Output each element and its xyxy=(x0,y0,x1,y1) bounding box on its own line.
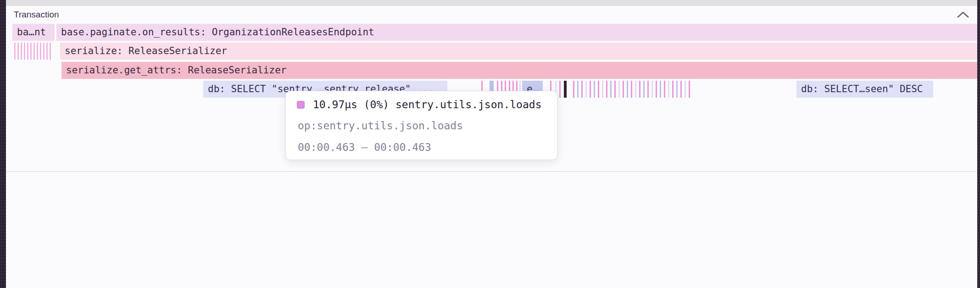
tooltip-summary: 10.97µs (0%) sentry.utils.json.loads xyxy=(313,99,542,111)
span-color-swatch xyxy=(297,101,305,109)
span-tick[interactable] xyxy=(581,81,583,98)
span-tick[interactable] xyxy=(564,81,567,98)
span-tick[interactable] xyxy=(647,81,649,98)
span-tick[interactable] xyxy=(627,81,628,98)
span-tick[interactable] xyxy=(643,81,645,98)
span-tick[interactable] xyxy=(685,81,686,98)
span-tick[interactable] xyxy=(668,81,669,98)
span-tick[interactable] xyxy=(594,81,595,98)
tooltip-summary-row: 10.97µs (0%) sentry.utils.json.loads xyxy=(297,99,542,111)
autogrouped-span-bar[interactable] xyxy=(12,43,52,60)
right-edge-strip xyxy=(977,0,980,288)
transaction-panel: Transaction ba…ntbase.paginate.on_result… xyxy=(6,0,977,171)
span-tick[interactable] xyxy=(631,81,632,98)
transaction-panel-title: Transaction xyxy=(14,6,59,23)
span-tick[interactable] xyxy=(606,81,607,98)
profiling-trace-view: Transaction ba…ntbase.paginate.on_result… xyxy=(0,0,980,288)
span-tick[interactable] xyxy=(559,81,561,98)
span-row: ba…ntbase.paginate.on_results: Organizat… xyxy=(6,24,977,41)
profile-panel: Profile 458.00ms460.00ms462.00ms464.00ms… xyxy=(6,171,977,288)
left-edge-strip xyxy=(0,0,6,288)
span-bar[interactable]: ba…nt xyxy=(12,24,55,41)
span-tick[interactable] xyxy=(639,81,640,98)
span-tick[interactable] xyxy=(590,81,591,98)
span-tick[interactable] xyxy=(585,81,587,98)
span-row: serialize: ReleaseSerializer xyxy=(6,43,977,60)
span-bar[interactable]: base.paginate.on_results: OrganizationRe… xyxy=(56,24,977,41)
collapse-transaction-button[interactable] xyxy=(957,11,969,18)
span-row: serialize.get_attrs: ReleaseSerializer xyxy=(6,62,977,79)
span-tick[interactable] xyxy=(660,81,661,98)
span-tick[interactable] xyxy=(598,81,599,98)
span-bar[interactable]: db: SELECT…seen" DESC xyxy=(796,81,933,98)
span-tick[interactable] xyxy=(664,81,665,98)
span-tick[interactable] xyxy=(689,81,690,98)
span-tick[interactable] xyxy=(610,81,612,98)
span-tick[interactable] xyxy=(573,81,574,98)
span-tick[interactable] xyxy=(635,81,636,98)
transaction-header: Transaction xyxy=(6,6,977,23)
span-tick[interactable] xyxy=(623,81,624,98)
span-tick[interactable] xyxy=(602,81,603,98)
span-bar[interactable]: serialize: ReleaseSerializer xyxy=(60,43,977,60)
span-tooltip: 10.97µs (0%) sentry.utils.json.loads op:… xyxy=(285,91,557,160)
span-tick[interactable] xyxy=(618,81,620,98)
span-bar[interactable]: serialize.get_attrs: ReleaseSerializer xyxy=(61,62,977,79)
span-tick[interactable] xyxy=(680,81,682,98)
tooltip-time-range: 00:00.463 — 00:00.463 xyxy=(298,141,431,153)
span-tick[interactable] xyxy=(651,81,653,98)
span-tick[interactable] xyxy=(656,81,657,98)
span-tick[interactable] xyxy=(614,81,616,98)
tooltip-op: op:sentry.utils.json.loads xyxy=(298,120,463,132)
span-tick[interactable] xyxy=(577,81,579,98)
span-tick[interactable] xyxy=(672,81,674,98)
chevron-up-icon xyxy=(957,11,969,18)
span-tick[interactable] xyxy=(676,81,678,98)
